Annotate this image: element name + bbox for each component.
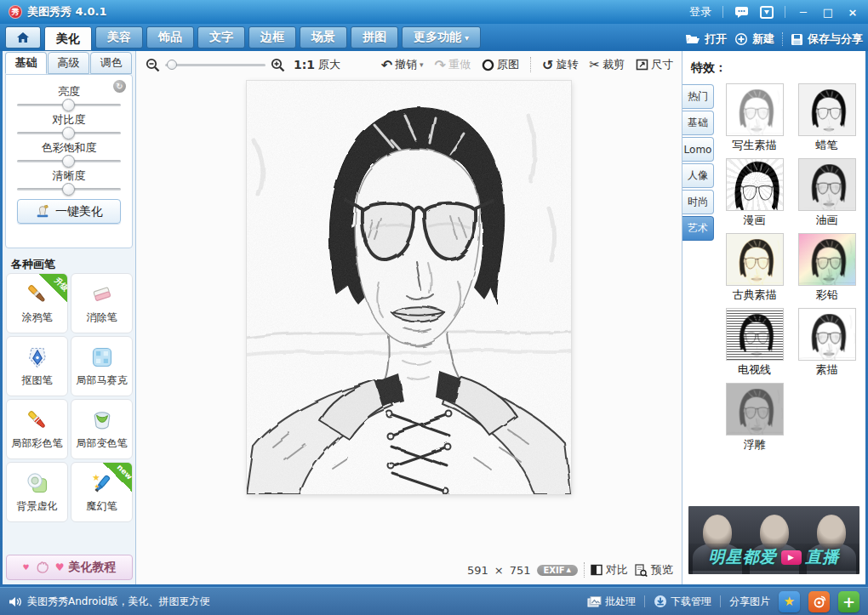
one-click-beautify-button[interactable]: 一键美化 (17, 199, 121, 224)
local-color-pen-button[interactable]: 局部彩色笔 (6, 399, 68, 459)
effects-panel: 特效： 热门 基础 Lomo 人像 时尚 艺术 写生素描 蜡笔 (682, 51, 865, 584)
magic-pen-button[interactable]: ★★ 魔幻笔 new (71, 462, 133, 522)
new-ribbon: new (103, 463, 132, 492)
edited-photo-canvas[interactable] (247, 81, 571, 494)
hand-icon (34, 560, 51, 575)
feedback-icon[interactable] (734, 6, 749, 19)
open-button[interactable]: 打开 (685, 31, 727, 47)
effect-tv-lines[interactable]: 电视线 (720, 309, 789, 378)
zoom-slider[interactable] (165, 64, 266, 66)
home-icon (16, 31, 30, 43)
saturation-slider[interactable] (17, 160, 121, 162)
effects-tab-lomo[interactable]: Lomo (682, 137, 714, 162)
batch-icon (587, 595, 602, 608)
cutout-pen-button[interactable]: 抠图笔 (6, 336, 68, 396)
compare-button[interactable]: 对比 (591, 562, 628, 578)
tab-more-features[interactable]: 更多功能▾ (402, 26, 481, 48)
close-icon[interactable]: × (846, 6, 859, 19)
zoom-fit-label[interactable]: 原大 (318, 57, 340, 72)
play-icon: ▶ (781, 550, 802, 565)
tab-decorate[interactable]: 饰品 (146, 26, 194, 48)
background-blur-button[interactable]: 背景虚化 (6, 462, 68, 522)
minimize-icon[interactable]: ─ (797, 6, 810, 19)
erase-pen-button[interactable]: 消除笔 (71, 273, 133, 333)
taskbar-divider (720, 595, 721, 607)
effects-tab-fashion[interactable]: 时尚 (682, 190, 714, 214)
doodle-pen-button[interactable]: 涂鸦笔 升级 (6, 273, 68, 333)
mosaic-button[interactable]: 局部马赛克 (71, 336, 133, 396)
login-link[interactable]: 登录 (689, 4, 711, 20)
effect-comic[interactable]: 漫画 (720, 159, 789, 228)
effects-tab-art[interactable]: 艺术 (682, 216, 714, 241)
brightness-slider[interactable] (17, 104, 121, 106)
canvas-status-bar: 591 × 751 EXIF ▲ 对比 预览 (467, 562, 673, 578)
effects-tab-portrait[interactable]: 人像 (682, 163, 714, 188)
tab-tone[interactable]: 调色 (90, 52, 132, 74)
tab-collage[interactable]: 拼图 (351, 26, 398, 48)
tab-text[interactable]: 文字 (197, 26, 245, 48)
effect-emboss[interactable]: 浮雕 (720, 384, 789, 453)
effects-tab-hot[interactable]: 热门 (682, 84, 714, 109)
effects-tab-basic[interactable]: 基础 (682, 111, 714, 135)
batch-process-button[interactable]: 批处理 (587, 595, 636, 609)
heart-icon: ♥ (55, 561, 65, 573)
effects-grid: 写生素描 蜡笔 漫画 油画 古典素描 (720, 84, 861, 453)
nav-divider (782, 32, 783, 46)
effect-crayon[interactable]: 蜡笔 (792, 84, 861, 153)
tab-frame[interactable]: 边框 (248, 26, 296, 48)
share-images-button[interactable]: 分享图片 (729, 595, 770, 609)
effect-classic-sketch[interactable]: 古典素描 (720, 234, 789, 303)
download-manager-button[interactable]: 下载管理 (654, 595, 711, 609)
crop-button[interactable]: ✂ 裁剪 (589, 57, 625, 72)
effect-sketch-live[interactable]: 写生素描 (720, 84, 789, 153)
clarity-label: 清晰度 (6, 169, 132, 182)
add-share-icon[interactable]: + (838, 591, 859, 612)
slider-thumb[interactable] (62, 127, 75, 140)
tab-advanced[interactable]: 高级 (48, 52, 89, 74)
tab-makeup[interactable]: 美容 (95, 26, 143, 48)
skin-icon[interactable] (760, 6, 774, 19)
beautify-tutorial-button[interactable]: ♥ ♥ 美化教程 (6, 555, 133, 580)
qzone-share-icon[interactable]: ★ (779, 591, 800, 612)
slider-thumb[interactable] (62, 155, 75, 168)
tab-basic[interactable]: 基础 (5, 52, 47, 74)
titlebar-divider (722, 6, 723, 18)
zoom-out-icon[interactable] (146, 58, 160, 72)
effect-color-pencil[interactable]: 彩铅 (792, 234, 861, 303)
undo-history-caret-icon[interactable]: ▾ (420, 60, 424, 69)
tab-scene[interactable]: 场景 (300, 26, 347, 48)
slider-thumb[interactable] (62, 183, 75, 196)
effect-sketch[interactable]: 素描 (792, 309, 861, 378)
home-tab[interactable] (5, 26, 41, 48)
saturation-label: 色彩饱和度 (6, 141, 132, 154)
toolbar-divider (530, 57, 531, 72)
zoom-slider-thumb[interactable] (167, 60, 177, 70)
color-brush-icon (26, 408, 49, 432)
ad-banner[interactable]: 明星都爱 ▶ 直播 (688, 506, 859, 574)
contrast-slider[interactable] (17, 132, 121, 134)
promo-message[interactable]: 美图秀秀Android版，美化、拼图更方便 (9, 595, 209, 609)
resize-button[interactable]: 尺寸 (636, 57, 673, 72)
undo-button[interactable]: ↶ 撤销 ▾ (381, 57, 424, 73)
redo-button[interactable]: ↷ 重做 (435, 57, 471, 73)
view-original-button[interactable]: 原图 (482, 57, 519, 72)
zoom-ratio-label[interactable]: 1:1 (294, 58, 315, 71)
save-share-button[interactable]: 保存与分享 (791, 31, 863, 47)
adjust-panel: 基础 高级 调色 ↻ 亮度 对比度 色彩饱和度 清晰 (3, 51, 136, 584)
preview-button[interactable]: 预览 (634, 562, 673, 578)
clarity-slider[interactable] (17, 188, 121, 191)
chevron-down-icon: ▾ (465, 33, 469, 43)
effect-oil-painting[interactable]: 油画 (792, 159, 861, 228)
app-title: 美图秀秀 4.0.1 (27, 4, 107, 20)
zoom-in-icon[interactable] (271, 58, 285, 72)
reset-icon[interactable]: ↻ (113, 80, 126, 93)
recolor-pen-button[interactable]: 局部变色笔 (71, 399, 133, 459)
tab-beautify[interactable]: 美化 (44, 26, 92, 51)
weibo-share-icon[interactable] (808, 591, 830, 612)
slider-thumb[interactable] (62, 99, 75, 111)
exif-badge[interactable]: EXIF ▲ (537, 565, 578, 576)
stamp-icon (35, 204, 50, 219)
rotate-button[interactable]: ↺ 旋转 (542, 57, 578, 73)
maximize-icon[interactable]: □ (821, 6, 835, 19)
new-button[interactable]: 新建 (734, 31, 774, 47)
